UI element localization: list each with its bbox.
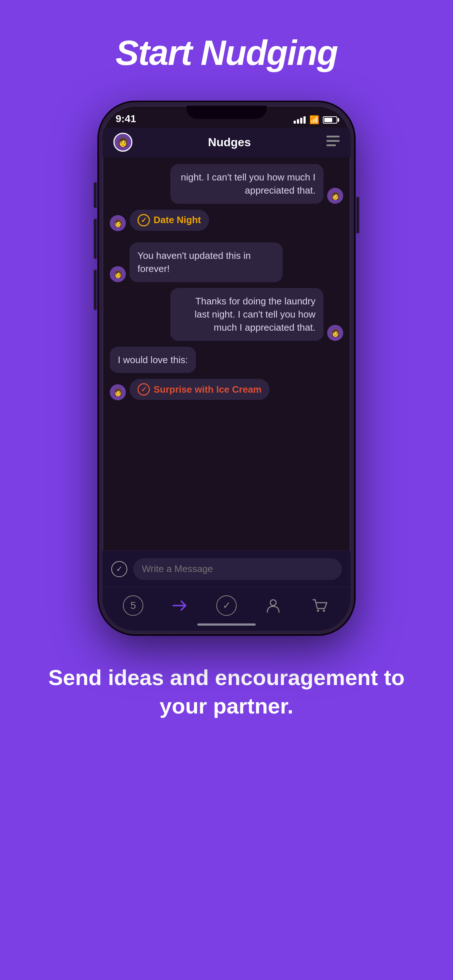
chat-area: night. I can't tell you how much I appre… — [102, 157, 351, 550]
tab-5-label: 5 — [130, 600, 136, 611]
svg-rect-1 — [327, 140, 340, 142]
signal-bar-3 — [300, 118, 302, 124]
svg-point-3 — [270, 600, 276, 606]
avatar-emoji-3: 👩 — [113, 270, 123, 278]
signal-bar-4 — [303, 116, 306, 124]
phone-screen: 9:41 📶 👩 Nudges — [99, 102, 354, 635]
message-row-5: I would love this: — [110, 347, 343, 373]
svg-rect-2 — [327, 145, 336, 146]
avatar-emoji-5: 👩 — [113, 388, 123, 397]
message-row-4: Thanks for doing the laundry last night.… — [110, 288, 343, 341]
avatar-5: 👩 — [110, 384, 126, 400]
svg-point-5 — [323, 609, 325, 612]
silent-button — [94, 182, 97, 208]
battery-icon — [323, 116, 337, 124]
nudge-row-ice-cream: 👩 ✓ Surprise with Ice Cream — [110, 379, 343, 406]
tab-check[interactable]: ✓ — [214, 593, 239, 618]
bottom-tagline: Send ideas and encouragement to your par… — [0, 663, 453, 721]
avatar-emoji-1: 👩 — [331, 191, 340, 200]
signal-bar-2 — [297, 119, 299, 124]
check-circle-red: ✓ — [137, 383, 150, 396]
avatar-emoji-4: 👩 — [331, 328, 340, 337]
message-bubble-5: I would love this: — [110, 347, 196, 373]
nudge-tag-ice-cream[interactable]: ✓ Surprise with Ice Cream — [129, 379, 270, 400]
nav-menu-icon[interactable] — [327, 135, 340, 149]
avatar-1: 👩 — [327, 188, 343, 204]
tab-icon-check: ✓ — [216, 595, 237, 616]
signal-bars — [293, 116, 306, 124]
signal-bar-1 — [293, 121, 296, 124]
input-area: ✓ — [102, 550, 351, 587]
volume-up-button — [94, 219, 97, 259]
volume-down-button — [94, 270, 97, 310]
check-circle-yellow: ✓ — [137, 214, 150, 226]
message-bubble-3: You haven't updated this in forever! — [129, 242, 283, 282]
avatar-3: 👩 — [110, 266, 126, 282]
nav-title: Nudges — [208, 135, 250, 149]
nav-bar: 👩 Nudges — [102, 127, 351, 157]
nudge-label-date-night: Date Night — [153, 215, 201, 226]
avatar-4: 👩 — [327, 325, 343, 341]
power-button — [356, 197, 359, 233]
phone-mockup: 9:41 📶 👩 Nudges — [99, 102, 354, 635]
notch — [187, 106, 266, 119]
home-indicator — [197, 624, 256, 625]
message-row-1: night. I can't tell you how much I appre… — [110, 164, 343, 204]
tab-check-label: ✓ — [222, 600, 231, 611]
battery-fill — [324, 118, 332, 122]
wifi-icon: 📶 — [309, 115, 319, 125]
avatar-emoji: 👩 — [118, 137, 128, 147]
message-row-3: 👩 You haven't updated this in forever! — [110, 242, 343, 282]
tab-cart[interactable] — [307, 593, 333, 618]
input-check-icon[interactable]: ✓ — [111, 561, 127, 577]
nav-avatar[interactable]: 👩 — [113, 133, 132, 152]
status-icons: 📶 — [293, 115, 337, 125]
status-time: 9:41 — [116, 113, 136, 125]
nudge-label-ice-cream: Surprise with Ice Cream — [153, 384, 262, 395]
nudge-tag-date-night[interactable]: ✓ Date Night — [129, 210, 209, 231]
message-bubble-4: Thanks for doing the laundry last night.… — [170, 288, 324, 341]
page-title: Start Nudging — [116, 33, 338, 73]
tab-nudge5[interactable]: 5 — [120, 593, 146, 618]
message-input[interactable] — [133, 558, 342, 580]
svg-rect-0 — [327, 135, 340, 137]
svg-point-4 — [317, 609, 319, 612]
avatar-2: 👩 — [110, 215, 126, 231]
tab-send[interactable] — [167, 593, 193, 618]
tab-icon-5: 5 — [123, 595, 144, 616]
message-bubble-1: night. I can't tell you how much I appre… — [170, 164, 324, 204]
tab-person[interactable] — [260, 593, 286, 618]
avatar-emoji-2: 👩 — [113, 219, 123, 228]
nudge-row-date-night: 👩 ✓ Date Night — [110, 210, 343, 237]
